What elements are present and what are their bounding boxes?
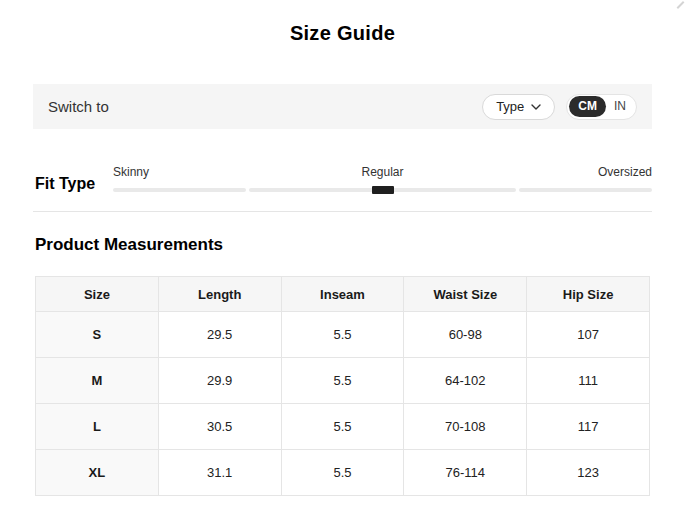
measurement-cell: 111 <box>527 358 650 404</box>
fit-option-skinny[interactable]: Skinny <box>113 165 293 179</box>
measurement-cell: 123 <box>527 450 650 496</box>
column-header-length: Length <box>158 277 281 312</box>
fit-type-slider-handle[interactable] <box>372 186 394 194</box>
measurement-cell: 117 <box>527 404 650 450</box>
track-segment-skinny[interactable] <box>113 188 246 192</box>
type-dropdown-button[interactable]: Type <box>482 94 555 120</box>
size-cell: XL <box>36 450 159 496</box>
size-cell: S <box>36 312 159 358</box>
column-header-size: Size <box>36 277 159 312</box>
measurement-cell: 29.9 <box>158 358 281 404</box>
unit-option-cm[interactable]: CM <box>569 96 606 117</box>
measurement-cell: 5.5 <box>281 404 404 450</box>
chevron-down-icon <box>531 104 541 110</box>
measurement-cell: 5.5 <box>281 312 404 358</box>
table-body: S 29.5 5.5 60-98 107 M 29.9 5.5 64-102 1… <box>36 312 650 496</box>
measurement-cell: 70-108 <box>404 404 527 450</box>
column-header-waist: Waist Size <box>404 277 527 312</box>
switch-to-bar: Switch to Type CM IN <box>33 84 652 129</box>
fit-option-regular[interactable]: Regular <box>293 165 473 179</box>
product-measurements-heading: Product Measurements <box>35 235 685 255</box>
measurement-cell: 31.1 <box>158 450 281 496</box>
section-divider <box>33 211 652 212</box>
measurements-table: Size Length Inseam Waist Size Hip Size S… <box>35 276 650 496</box>
table-row: L 30.5 5.5 70-108 117 <box>36 404 650 450</box>
column-header-hip: Hip Size <box>527 277 650 312</box>
switch-to-label: Switch to <box>48 98 109 115</box>
page-title: Size Guide <box>0 22 685 45</box>
measurement-cell: 5.5 <box>281 358 404 404</box>
table-header-row: Size Length Inseam Waist Size Hip Size <box>36 277 650 312</box>
table-header: Size Length Inseam Waist Size Hip Size <box>36 277 650 312</box>
fit-type-options: Skinny Regular Oversized <box>113 165 652 179</box>
table-row: S 29.5 5.5 60-98 107 <box>36 312 650 358</box>
measurement-cell: 64-102 <box>404 358 527 404</box>
measurement-cell: 30.5 <box>158 404 281 450</box>
track-segment-oversized[interactable] <box>519 188 652 192</box>
table-row: XL 31.1 5.5 76-114 123 <box>36 450 650 496</box>
type-dropdown-label: Type <box>496 99 524 114</box>
switch-to-controls: Type CM IN <box>482 94 637 120</box>
size-cell: M <box>36 358 159 404</box>
fit-type-track[interactable] <box>113 188 652 192</box>
fit-type-section: Fit Type Skinny Regular Oversized <box>35 165 652 192</box>
measurement-cell: 76-114 <box>404 450 527 496</box>
measurement-cell: 60-98 <box>404 312 527 358</box>
fit-option-oversized[interactable]: Oversized <box>472 165 652 179</box>
fit-type-label: Fit Type <box>35 176 113 192</box>
measurement-cell: 107 <box>527 312 650 358</box>
measurement-cell: 5.5 <box>281 450 404 496</box>
size-cell: L <box>36 404 159 450</box>
unit-option-in[interactable]: IN <box>606 96 634 117</box>
column-header-inseam: Inseam <box>281 277 404 312</box>
table-row: M 29.9 5.5 64-102 111 <box>36 358 650 404</box>
fit-type-slider: Skinny Regular Oversized <box>113 165 652 192</box>
scrollbar-fragment <box>677 1 685 9</box>
measurement-cell: 29.5 <box>158 312 281 358</box>
unit-toggle: CM IN <box>566 94 637 120</box>
